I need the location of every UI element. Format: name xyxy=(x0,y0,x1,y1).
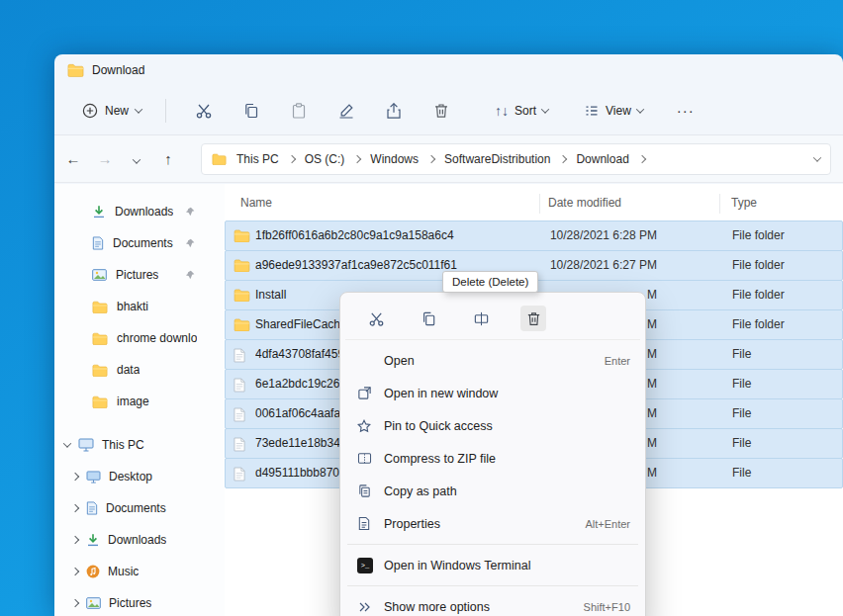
sidebar-item-downloads-pc[interactable]: Downloads xyxy=(54,524,225,556)
pin-icon xyxy=(357,419,384,433)
file-type: File folder xyxy=(732,317,785,331)
chevron-right-icon[interactable] xyxy=(71,504,79,512)
menu-item-label: Open in Windows Terminal xyxy=(384,559,630,572)
file-type: File xyxy=(732,466,751,480)
file-name: a96ede9133937af1ca9e872c5c011f61 xyxy=(255,258,534,272)
new-button[interactable]: New xyxy=(72,97,151,125)
sidebar-item-label: data xyxy=(117,363,140,377)
sidebar-item-music[interactable]: Music xyxy=(54,556,225,587)
column-divider[interactable] xyxy=(539,194,540,214)
more-options-icon xyxy=(357,600,384,614)
chevron-right-icon[interactable] xyxy=(638,154,646,162)
view-icon xyxy=(584,103,600,119)
toolbar-divider xyxy=(165,99,166,123)
breadcrumb-item-this-pc[interactable]: This PC xyxy=(234,150,281,168)
sidebar-item-bhakti[interactable]: bhakti xyxy=(54,291,225,322)
picture-icon xyxy=(86,597,101,609)
breadcrumb-item-softwaredistribution[interactable]: SoftwareDistribution xyxy=(442,150,552,168)
up-button[interactable]: ↑ xyxy=(159,150,177,167)
column-divider[interactable] xyxy=(719,194,720,214)
chevron-right-icon[interactable] xyxy=(427,154,435,162)
file-icon xyxy=(234,407,245,422)
menu-item-show-more-options[interactable]: Show more options Shift+F10 xyxy=(345,590,640,616)
file-type: File folder xyxy=(732,228,785,242)
menu-item-label: Compress to ZIP file xyxy=(384,452,630,466)
sort-button[interactable]: ↑↓ Sort xyxy=(487,97,556,125)
chevron-right-icon[interactable] xyxy=(559,154,567,162)
column-header-name[interactable]: Name xyxy=(240,196,272,210)
column-header-date-modified[interactable]: Date modified xyxy=(548,196,621,210)
sidebar-item-label: This PC xyxy=(102,438,144,452)
copy-button[interactable] xyxy=(228,94,275,128)
menu-item-open-in-windows-terminal[interactable]: >_ Open in Windows Terminal xyxy=(345,549,640,581)
chevron-right-icon[interactable] xyxy=(71,473,79,481)
menu-item-label: Show more options xyxy=(384,600,584,614)
window-title: Download xyxy=(92,63,144,77)
sidebar-item-this-pc[interactable]: This PC xyxy=(54,429,225,461)
recent-locations-button[interactable] xyxy=(128,150,145,167)
file-icon xyxy=(234,467,245,482)
sidebar-item-downloads[interactable]: Downloads xyxy=(54,196,225,227)
menu-item-open[interactable]: Open Enter xyxy=(345,344,640,377)
folder-icon xyxy=(234,259,250,272)
chevron-down-icon xyxy=(133,155,140,163)
title-bar: Download xyxy=(54,54,843,86)
file-row[interactable]: 1fb26ff0616a6b2c80c9a1c9a158a6c4 10/28/2… xyxy=(225,220,843,251)
view-button[interactable]: View xyxy=(576,97,651,125)
view-button-label: View xyxy=(606,104,631,118)
sidebar-item-pictures-pc[interactable]: Pictures xyxy=(54,587,225,616)
address-bar: ← → ↑ This PC OS (C:) Windows SoftwareDi… xyxy=(54,135,843,183)
see-more-button[interactable]: ··· xyxy=(677,102,695,119)
chevron-right-icon[interactable] xyxy=(71,536,79,544)
menu-item-copy-as-path[interactable]: Copy as path xyxy=(345,475,640,507)
chevron-right-icon[interactable] xyxy=(287,154,295,162)
sidebar-item-documents-pc[interactable]: Documents xyxy=(54,492,225,524)
breadcrumb-item-download[interactable]: Download xyxy=(574,150,630,168)
plus-icon xyxy=(82,103,98,119)
forward-button[interactable]: → xyxy=(96,150,114,167)
delete-menu-button[interactable] xyxy=(520,306,546,331)
sidebar-item-pictures[interactable]: Pictures xyxy=(54,259,225,291)
sidebar-item-chrome-downloads[interactable]: chrome downlo xyxy=(54,322,225,354)
new-button-label: New xyxy=(105,104,129,118)
folder-icon xyxy=(92,364,108,377)
chevron-down-icon[interactable] xyxy=(63,439,71,447)
chevron-right-icon[interactable] xyxy=(71,568,79,575)
delete-tooltip: Delete (Delete) xyxy=(442,271,538,293)
column-header-type[interactable]: Type xyxy=(731,196,757,210)
menu-item-label: Open in new window xyxy=(384,387,630,400)
sort-icon: ↑↓ xyxy=(495,103,509,119)
menu-item-pin-to-quick-access[interactable]: Pin to Quick access xyxy=(345,409,640,442)
delete-button[interactable] xyxy=(418,94,465,128)
downloads-icon xyxy=(92,205,106,219)
cut-button[interactable] xyxy=(180,94,228,128)
breadcrumb-item-windows[interactable]: Windows xyxy=(368,150,421,168)
cut-menu-button[interactable] xyxy=(363,306,389,331)
file-date: 10/28/2021 6:27 PM xyxy=(540,258,657,272)
share-icon xyxy=(385,102,403,120)
back-button[interactable]: ← xyxy=(64,150,82,167)
rename-menu-button[interactable] xyxy=(468,306,494,331)
menu-item-properties[interactable]: Properties Alt+Enter xyxy=(345,507,640,540)
menu-item-open-in-new-window[interactable]: Open in new window xyxy=(345,377,640,409)
tooltip-text: Delete (Delete) xyxy=(452,276,528,288)
address-dropdown-chevron-icon[interactable] xyxy=(813,153,821,161)
menu-item-compress-to-zip[interactable]: Compress to ZIP file xyxy=(345,442,640,475)
file-date: 10/28/2021 6:28 PM xyxy=(540,228,657,242)
trash-icon xyxy=(525,310,542,327)
rename-button[interactable] xyxy=(323,94,370,128)
paste-icon xyxy=(290,102,308,120)
breadcrumb[interactable]: This PC OS (C:) Windows SoftwareDistribu… xyxy=(201,143,831,175)
folder-icon xyxy=(67,63,84,77)
paste-button[interactable] xyxy=(275,94,323,128)
sidebar-item-image[interactable]: image xyxy=(54,386,225,417)
sidebar-item-desktop[interactable]: Desktop xyxy=(54,461,225,492)
share-button[interactable] xyxy=(370,94,418,128)
sidebar-item-documents[interactable]: Documents xyxy=(54,227,225,259)
chevron-right-icon[interactable] xyxy=(353,154,361,162)
chevron-right-icon[interactable] xyxy=(71,599,79,607)
breadcrumb-item-os-c[interactable]: OS (C:) xyxy=(303,150,347,168)
sidebar-item-data[interactable]: data xyxy=(54,354,225,386)
new-window-icon xyxy=(357,386,384,400)
copy-menu-button[interactable] xyxy=(416,306,441,331)
